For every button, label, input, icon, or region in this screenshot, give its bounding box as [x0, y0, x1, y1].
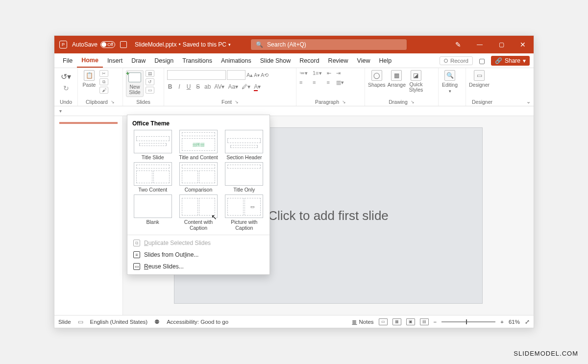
numbering-icon[interactable]: 1≡▾	[313, 70, 322, 76]
layout-title-slide[interactable]: Title Slide	[131, 130, 174, 160]
menu-insert[interactable]: Insert	[103, 53, 127, 68]
book-icon[interactable]: ▭	[78, 318, 83, 325]
overflow-button[interactable]: ▢	[476, 57, 488, 65]
slides-from-outline-item[interactable]: ≡Slides from Outline...	[127, 249, 270, 261]
ribbon-collapse-icon[interactable]: ⌄	[526, 98, 531, 105]
align-center-icon[interactable]: ≡	[313, 79, 322, 86]
cut-icon[interactable]: ✂	[99, 70, 108, 77]
status-language[interactable]: English (United States)	[90, 319, 148, 325]
dialog-launcher-icon[interactable]: ↘	[111, 99, 115, 104]
notes-button[interactable]: ≣Notes	[352, 318, 373, 325]
quickstyles-button[interactable]: ◪Quick Styles	[408, 70, 424, 92]
share-button[interactable]: 🔗Share▾	[491, 56, 530, 66]
menu-animations[interactable]: Animations	[217, 53, 256, 68]
indent-inc-icon[interactable]: ⇥	[336, 70, 344, 76]
slide-thumbnails-pane[interactable]	[54, 116, 123, 315]
menu-transitions[interactable]: Transitions	[178, 53, 217, 68]
toggle-switch[interactable]: Off	[100, 41, 115, 48]
filename-display[interactable]: SlideModel.pptx • Saved to this PC ▾	[135, 41, 231, 48]
qat-customize-icon[interactable]: ▾	[59, 108, 62, 114]
format-painter-icon[interactable]: 🖌	[99, 87, 108, 94]
menu-slideshow[interactable]: Slide Show	[256, 53, 295, 68]
layout-blank[interactable]: Blank	[131, 194, 174, 231]
shapes-button[interactable]: ◯Shapes	[368, 70, 386, 88]
layout-icon[interactable]: ▤	[146, 70, 154, 77]
editing-button[interactable]: 🔍Editing▾	[441, 70, 458, 94]
increase-font-icon[interactable]: A▴	[246, 72, 253, 78]
dropdown-header: Office Theme	[127, 118, 270, 130]
menu-draw[interactable]: Draw	[127, 53, 150, 68]
italic-icon[interactable]: I	[176, 83, 182, 90]
strike-icon[interactable]: S	[195, 83, 201, 90]
new-slide-button[interactable]: New Slide	[126, 70, 144, 97]
clear-format-icon[interactable]: A⟲	[261, 72, 269, 78]
fit-to-window-icon[interactable]: ⤢	[525, 318, 530, 325]
menu-record[interactable]: Record	[295, 53, 323, 68]
menu-help[interactable]: Help	[374, 53, 396, 68]
status-accessibility[interactable]: Accessibility: Good to go	[167, 319, 228, 325]
menu-file[interactable]: File	[58, 53, 77, 68]
font-size-select[interactable]	[227, 70, 245, 80]
close-button[interactable]: ✕	[512, 36, 534, 53]
underline-icon[interactable]: U	[186, 83, 192, 90]
autosave-toggle[interactable]: AutoSave Off	[72, 41, 115, 48]
normal-view-icon[interactable]: ▭	[379, 318, 388, 325]
spacing-icon[interactable]: AV▾	[214, 83, 224, 90]
dialog-launcher-icon[interactable]: ↘	[235, 99, 239, 104]
menu-review[interactable]: Review	[324, 53, 353, 68]
section-icon[interactable]: ▭	[146, 87, 154, 94]
bold-icon[interactable]: B	[167, 83, 173, 90]
reset-icon[interactable]: ↺	[146, 78, 154, 85]
indent-dec-icon[interactable]: ⇤	[327, 70, 331, 76]
record-button[interactable]: Record	[440, 56, 473, 65]
columns-icon[interactable]: ▥▾	[336, 79, 344, 86]
menu-design[interactable]: Design	[150, 53, 178, 68]
layout-content-caption[interactable]: Content with Caption	[177, 194, 220, 231]
redo-icon[interactable]: ↻	[63, 84, 69, 92]
designer-button[interactable]: ▭Designer	[469, 70, 490, 88]
highlight-icon[interactable]: 🖉▾	[242, 83, 250, 90]
filename-text: SlideModel.pptx	[135, 41, 176, 48]
layout-title-content[interactable]: ▦图▦Title and Content	[177, 130, 220, 160]
paste-button[interactable]: 📋Paste	[81, 70, 98, 88]
arrange-button[interactable]: ▦Arrange	[388, 70, 406, 88]
case-icon[interactable]: Aa▾	[228, 83, 238, 90]
menu-home[interactable]: Home	[77, 53, 103, 68]
chevron-down-icon[interactable]: ▾	[228, 42, 231, 47]
undo-icon[interactable]: ↺▾	[61, 72, 71, 81]
layout-title-only[interactable]: Title Only	[223, 162, 266, 193]
zoom-in-icon[interactable]: +	[500, 319, 504, 325]
slideshow-view-icon[interactable]: ▤	[420, 318, 429, 325]
layout-picture-caption[interactable]: ▭Picture with Caption	[223, 194, 266, 231]
copy-icon[interactable]: ⧉	[99, 78, 108, 85]
menu-view[interactable]: View	[353, 53, 375, 68]
chevron-down-icon: ▾	[523, 57, 526, 64]
layout-section-header[interactable]: Section Header	[223, 130, 266, 160]
font-family-select[interactable]	[167, 70, 226, 80]
sorter-view-icon[interactable]: ▦	[392, 318, 401, 325]
shadow-icon[interactable]: ab	[204, 83, 211, 90]
zoom-out-icon[interactable]: −	[434, 319, 437, 325]
draw-pen-icon[interactable]: ✎	[447, 36, 469, 53]
decrease-font-icon[interactable]: A▾	[254, 73, 260, 78]
zoom-slider[interactable]	[441, 321, 495, 322]
minimize-button[interactable]: —	[469, 36, 490, 53]
align-right-icon[interactable]: ≡	[327, 79, 331, 86]
layout-comparison[interactable]: Comparison	[177, 162, 220, 193]
save-icon[interactable]	[120, 41, 127, 48]
designer-icon: ▭	[474, 70, 485, 81]
dialog-launcher-icon[interactable]: ↘	[342, 99, 346, 104]
reading-view-icon[interactable]: ▣	[406, 318, 415, 325]
search-input[interactable]: 🔍 Search (Alt+Q)	[250, 39, 407, 50]
bullets-icon[interactable]: ≔▾	[299, 70, 308, 76]
status-slide[interactable]: Slide	[58, 319, 71, 325]
reuse-slides-item[interactable]: ▭Reuse Slides...	[127, 261, 270, 272]
maximize-button[interactable]: ▢	[490, 36, 512, 53]
align-left-icon[interactable]: ≡	[299, 79, 308, 86]
layout-two-content[interactable]: Two Content	[131, 162, 174, 193]
app-window: P AutoSave Off SlideModel.pptx • Saved t…	[54, 35, 534, 328]
dialog-launcher-icon[interactable]: ↘	[411, 99, 415, 104]
fontcolor-icon[interactable]: A▾	[254, 83, 261, 90]
ribbon: ↺▾ ↻ Undo 📋Paste ✂ ⧉ 🖌 Clipboard↘ New Sl…	[54, 68, 534, 106]
zoom-level[interactable]: 61%	[509, 319, 520, 325]
